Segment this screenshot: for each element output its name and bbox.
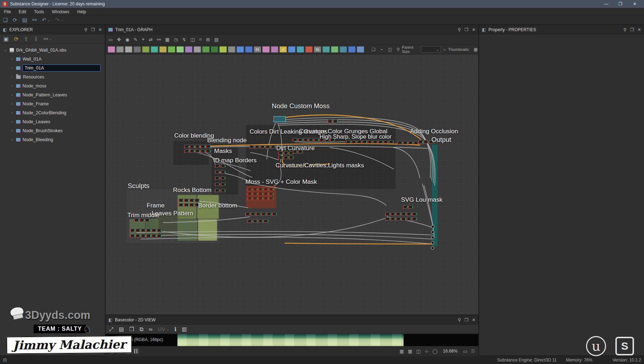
graph-frame-label[interactable]: Curvature/Cavities,Lights masks: [275, 162, 364, 169]
menu-file[interactable]: File: [0, 8, 15, 15]
graph-frame-label[interactable]: Dirt Curvature: [276, 144, 314, 152]
explorer-export-icon[interactable]: ⇧: [24, 36, 29, 42]
graph-frame-label[interactable]: SVG Lou mask: [401, 196, 443, 203]
graph-node[interactable]: [264, 187, 268, 191]
graph-node[interactable]: [267, 212, 272, 215]
graph-node[interactable]: [190, 199, 194, 202]
graph-node[interactable]: [152, 229, 156, 232]
graph-node[interactable]: [146, 234, 151, 237]
palette-grayscale-conv[interactable]: 01: [254, 46, 261, 53]
graph-node[interactable]: [146, 229, 151, 232]
graph-node[interactable]: [185, 149, 189, 153]
view2d-uv-mode-icon[interactable]: UV⌄: [158, 326, 169, 332]
chevron-icon[interactable]: ›: [10, 57, 14, 61]
tiling-icon[interactable]: ◫: [416, 349, 420, 354]
graph-node[interactable]: [206, 145, 211, 148]
toolbar-undo-icon[interactable]: ↶⌄: [42, 17, 50, 23]
graph-node[interactable]: [201, 145, 205, 148]
output-port[interactable]: [431, 225, 434, 228]
graph-node[interactable]: [278, 156, 283, 159]
graph-node[interactable]: [264, 192, 268, 195]
graph-node[interactable]: [256, 212, 261, 215]
graph-node[interactable]: [190, 203, 194, 206]
palette-text[interactable]: A: [279, 46, 287, 53]
graph-node[interactable]: [184, 203, 189, 206]
graph-node[interactable]: [333, 120, 338, 123]
palette-flood-fill[interactable]: [340, 46, 347, 53]
graph-node[interactable]: [255, 145, 259, 148]
chevron-icon[interactable]: ›: [10, 75, 14, 79]
graph-node[interactable]: [215, 189, 220, 192]
graph-node[interactable]: [269, 192, 274, 195]
graph-node[interactable]: [412, 212, 417, 215]
graph-node[interactable]: [398, 141, 402, 144]
graph-node[interactable]: [385, 212, 390, 215]
graph-node[interactable]: [401, 212, 406, 215]
close-icon[interactable]: ✕: [472, 317, 475, 322]
graph-node[interactable]: [221, 164, 225, 167]
palette-svg[interactable]: [288, 46, 296, 53]
graph-node[interactable]: [260, 145, 265, 148]
graph-select-tool-icon[interactable]: ▭: [108, 37, 113, 42]
graph-node[interactable]: [396, 212, 401, 215]
graph-frame-label[interactable]: Masks: [214, 147, 232, 154]
zoom-level[interactable]: 16.66%: [443, 349, 458, 354]
graph-node[interactable]: [258, 197, 263, 200]
graph-node[interactable]: [221, 189, 225, 192]
graph-node[interactable]: [258, 192, 263, 195]
graph-node[interactable]: [303, 138, 308, 141]
graph-frame-label[interactable]: Node Custom Moss: [272, 102, 330, 110]
graph-node[interactable]: [269, 197, 274, 200]
palette-frame-blue[interactable]: [348, 46, 356, 53]
palette-anchor-icon[interactable]: ⚲: [395, 46, 402, 53]
graph-frame-label[interactable]: Output: [431, 136, 451, 144]
pin-icon[interactable]: ⚲: [458, 317, 461, 322]
graph-node[interactable]: [152, 234, 156, 237]
view2d-histogram-icon[interactable]: ▥: [182, 326, 187, 332]
graph-node[interactable]: [258, 219, 263, 222]
graph-node[interactable]: [401, 217, 406, 220]
chevron-icon[interactable]: ›: [10, 66, 14, 70]
graph-frame-all-icon[interactable]: ⊞: [206, 37, 210, 42]
palette-frame-icon[interactable]: ◫: [386, 46, 394, 53]
tree-item-node_frame[interactable]: ›Node_Frame: [0, 99, 105, 108]
graph-node[interactable]: [145, 219, 150, 222]
graph-node[interactable]: [396, 217, 401, 220]
graph-node[interactable]: [378, 140, 383, 143]
graph-node[interactable]: [141, 229, 146, 232]
graph-node[interactable]: [157, 229, 162, 232]
dock-icon[interactable]: ❐: [464, 317, 468, 322]
graph-node[interactable]: [135, 219, 139, 222]
dock-icon[interactable]: ❐: [91, 27, 95, 32]
graph-frame-label[interactable]: High Sharp, Slope blur color: [319, 133, 391, 140]
graph-node[interactable]: [373, 140, 378, 143]
tree-item-wall_01a[interactable]: ›Wall_01A: [0, 54, 105, 63]
palette-bitmap-red[interactable]: [305, 46, 313, 53]
chevron-icon[interactable]: ›: [10, 111, 14, 115]
chevron-icon[interactable]: ›: [10, 84, 14, 88]
graph-grid-snap-icon[interactable]: ▦: [165, 37, 170, 42]
palette-blend[interactable]: [116, 46, 124, 53]
palette-bitmap-teal[interactable]: [297, 46, 304, 53]
chevron-icon[interactable]: ›: [10, 102, 14, 106]
explorer-link-icon[interactable]: ⚯⌄: [44, 36, 52, 42]
thumbnails-icon[interactable]: ▦: [472, 46, 479, 53]
graph-node[interactable]: [248, 219, 252, 222]
menu-windows[interactable]: Windows: [48, 8, 73, 15]
graph-node[interactable]: [215, 164, 220, 167]
view2d-split-icon[interactable]: ⧉: [140, 326, 143, 332]
tree-item-node_moss[interactable]: ›Node_moss: [0, 81, 105, 90]
output-port[interactable]: [431, 230, 434, 234]
graph-node[interactable]: [362, 140, 367, 143]
palette-blur[interactable]: [159, 46, 167, 53]
graph-node[interactable]: [195, 145, 200, 148]
graph-node[interactable]: [221, 183, 225, 186]
tree-item-node_pattern_leaves[interactable]: ›Node_Pattern_Leaves: [0, 90, 105, 99]
close-button[interactable]: ✕: [628, 0, 642, 8]
toolbar-link-icon[interactable]: ⚯: [32, 17, 37, 23]
menu-tools[interactable]: Tools: [30, 8, 48, 15]
palette-splatter[interactable]: [202, 46, 210, 53]
parent-size-dropdown[interactable]: ⌄: [421, 46, 441, 53]
graph-node[interactable]: [309, 138, 313, 141]
tree-item-node_brushstrokes[interactable]: ›Node_BrushStrokes: [0, 126, 105, 135]
